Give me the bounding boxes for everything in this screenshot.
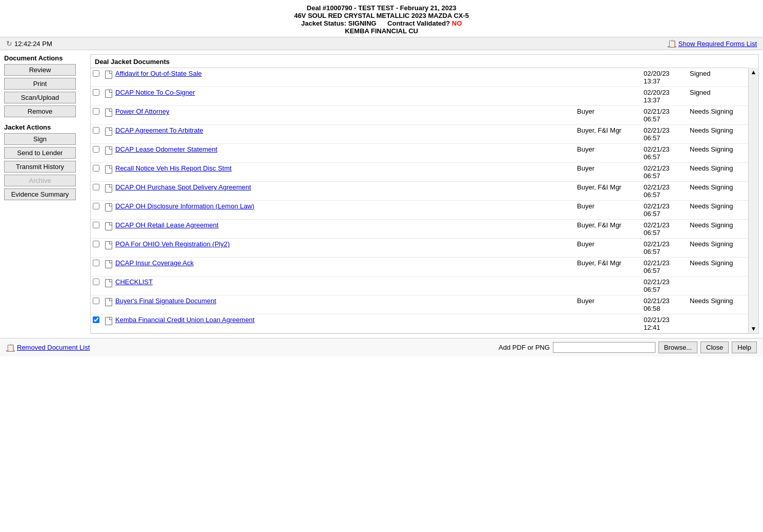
doc-icon-cell (105, 183, 115, 194)
doc-checkbox[interactable] (93, 184, 99, 190)
doc-date: 02/21/23 06:57 (644, 259, 690, 274)
doc-date: 02/21/23 06:57 (644, 202, 690, 218)
doc-name[interactable]: DCAP OH Retail Lease Agreement (115, 221, 577, 229)
document-icon (105, 127, 112, 136)
doc-signer: Buyer, F&I Mgr (577, 183, 644, 191)
doc-name[interactable]: Recall Notice Veh His Report Disc Stmt (115, 164, 577, 172)
bottom-bar: 📋 Removed Document List Add PDF or PNG B… (0, 338, 763, 356)
doc-name[interactable]: Kemba Financial Credit Union Loan Agreem… (115, 316, 577, 324)
doc-checkbox[interactable] (93, 260, 99, 266)
left-panel: Document Actions Review Print Scan/Uploa… (4, 54, 86, 334)
document-icon (105, 146, 112, 155)
doc-name[interactable]: Affidavit for Out-of-State Sale (115, 70, 577, 77)
document-icon (105, 222, 112, 230)
doc-checkbox[interactable] (93, 146, 99, 153)
doc-checkbox[interactable] (93, 316, 99, 323)
doc-checkbox-cell (93, 126, 105, 135)
add-pdf-label: Add PDF or PNG (499, 344, 550, 351)
doc-status: Needs Signing (690, 297, 746, 305)
scroll-up-arrow[interactable]: ▲ (750, 68, 758, 77)
doc-icon-cell (105, 297, 115, 308)
doc-date: 02/21/23 06:57 (644, 108, 690, 123)
doc-status: Needs Signing (690, 183, 746, 191)
doc-checkbox[interactable] (93, 279, 99, 285)
help-button[interactable]: Help (732, 342, 757, 353)
evidence-summary-button[interactable]: Evidence Summary (4, 188, 76, 200)
remove-button[interactable]: Remove (4, 105, 76, 117)
doc-name[interactable]: Buyer's Final Signature Document (115, 297, 577, 305)
current-time: 12:42:24 PM (14, 40, 52, 48)
print-button[interactable]: Print (4, 78, 76, 90)
doc-name[interactable]: DCAP Insur Coverage Ack (115, 259, 577, 267)
show-forms-link[interactable]: 📋 Show Required Forms List (668, 39, 757, 48)
sign-button[interactable]: Sign (4, 133, 76, 145)
table-row: DCAP OH Retail Lease AgreementBuyer, F&I… (91, 220, 748, 239)
doc-name[interactable]: DCAP Lease Odometer Statement (115, 145, 577, 153)
doc-checkbox-cell (93, 278, 105, 287)
doc-icon-cell (105, 145, 115, 156)
doc-status: Needs Signing (690, 221, 746, 229)
removed-document-list-link[interactable]: 📋 Removed Document List (6, 344, 90, 352)
doc-checkbox[interactable] (93, 127, 99, 134)
refresh-icon[interactable]: ↻ (6, 39, 12, 48)
doc-signer: Buyer (577, 145, 644, 153)
jacket-status-label: Jacket Status: SIGNING (301, 19, 377, 27)
doc-checkbox-cell (93, 240, 105, 249)
doc-status: Signed (690, 89, 746, 96)
doc-jacket-header: Deal Jacket Documents (91, 55, 758, 68)
doc-checkbox[interactable] (93, 70, 99, 77)
doc-checkbox[interactable] (93, 203, 99, 209)
doc-name[interactable]: CHECKLIST (115, 278, 577, 286)
doc-date: 02/21/23 06:57 (644, 126, 690, 142)
forms-list-icon: 📋 (668, 39, 676, 48)
doc-name[interactable]: Power Of Attorney (115, 108, 577, 115)
scroll-down-arrow[interactable]: ▼ (750, 324, 758, 333)
transmit-history-button[interactable]: Transmit History (4, 161, 76, 173)
doc-icon-cell (105, 89, 115, 99)
doc-status: Needs Signing (690, 259, 746, 267)
doc-checkbox-cell (93, 297, 105, 306)
send-to-lender-button[interactable]: Send to Lender (4, 147, 76, 159)
document-icon (105, 184, 112, 193)
table-row: DCAP Insur Coverage AckBuyer, F&I Mgr02/… (91, 258, 748, 276)
doc-checkbox[interactable] (93, 297, 99, 304)
doc-name[interactable]: DCAP OH Purchase Spot Delivery Agreement (115, 183, 577, 191)
add-pdf-input[interactable] (553, 342, 655, 353)
doc-name[interactable]: POA For OHIO Veh Registration (Ply2) (115, 240, 577, 248)
doc-name[interactable]: DCAP OH Disclosure Information (Lemon La… (115, 202, 577, 210)
doc-signer: Buyer (577, 164, 644, 172)
show-forms-label[interactable]: Show Required Forms List (678, 40, 757, 48)
table-row: Kemba Financial Credit Union Loan Agreem… (91, 314, 748, 333)
scan-upload-button[interactable]: Scan/Upload (4, 92, 76, 103)
doc-signer: Buyer, F&I Mgr (577, 259, 644, 267)
doc-checkbox-cell (93, 89, 105, 97)
doc-checkbox[interactable] (93, 89, 99, 96)
browse-button[interactable]: Browse... (658, 342, 697, 353)
doc-status: Needs Signing (690, 164, 746, 172)
doc-checkbox[interactable] (93, 165, 99, 172)
document-icon (105, 165, 112, 174)
removed-doc-label[interactable]: Removed Document List (17, 344, 90, 351)
document-icon (105, 90, 112, 98)
archive-button[interactable]: Archive (4, 175, 76, 186)
scroll-bar[interactable]: ▲ ▼ (748, 68, 758, 333)
add-pdf-area: Add PDF or PNG Browse... Close Help (499, 342, 757, 353)
doc-checkbox-cell (93, 108, 105, 116)
doc-name[interactable]: DCAP Agreement To Arbitrate (115, 126, 577, 134)
doc-signer: Buyer (577, 240, 644, 248)
header-line1: Deal #1000790 - TEST TEST - February 21,… (0, 4, 763, 12)
close-button[interactable]: Close (700, 342, 729, 353)
doc-name[interactable]: DCAP Notice To Co-Signer (115, 89, 577, 96)
jacket-actions-section: Jacket Actions Sign Send to Lender Trans… (4, 123, 86, 200)
doc-icon-cell (105, 164, 115, 175)
doc-signer: Buyer, F&I Mgr (577, 126, 644, 134)
doc-checkbox[interactable] (93, 108, 99, 115)
doc-checkbox[interactable] (93, 222, 99, 228)
doc-icon-cell (105, 259, 115, 270)
header-line4: KEMBA FINANCIAL CU (0, 27, 763, 35)
main-layout: Document Actions Review Print Scan/Uploa… (0, 50, 763, 338)
doc-date: 02/20/23 13:37 (644, 70, 690, 85)
table-row: Recall Notice Veh His Report Disc StmtBu… (91, 163, 748, 182)
review-button[interactable]: Review (4, 64, 76, 76)
doc-checkbox[interactable] (93, 241, 99, 247)
